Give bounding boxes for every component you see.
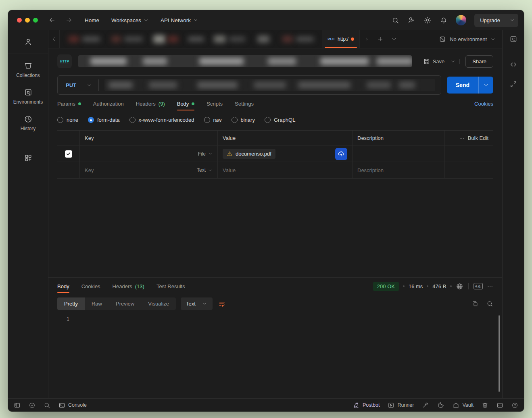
nav-home[interactable]: Home bbox=[85, 17, 99, 23]
split-panel-icon[interactable] bbox=[497, 402, 503, 409]
format-dropdown[interactable]: Text bbox=[181, 297, 213, 310]
response-tab-headers[interactable]: Headers(13) bbox=[113, 278, 144, 295]
view-pretty[interactable]: Pretty bbox=[57, 297, 85, 310]
active-request-tab[interactable]: PUT http:/ bbox=[322, 30, 360, 48]
capture-requests-icon[interactable] bbox=[422, 401, 429, 409]
nav-api-network[interactable]: API Network bbox=[161, 17, 198, 23]
row-checkbox[interactable] bbox=[65, 150, 72, 158]
cookies-link[interactable]: Cookies bbox=[474, 101, 493, 107]
value-input[interactable]: Value bbox=[218, 162, 353, 178]
zoom-window-button[interactable] bbox=[33, 18, 38, 23]
more-dots-icon[interactable] bbox=[487, 283, 493, 289]
tab-body[interactable]: Body bbox=[177, 95, 195, 112]
forward-arrow-icon[interactable] bbox=[65, 17, 73, 24]
save-options-button[interactable] bbox=[449, 59, 460, 64]
console-button[interactable]: Console bbox=[58, 402, 87, 409]
postbot-button[interactable]: Postbot bbox=[353, 401, 380, 409]
invite-user-icon[interactable] bbox=[407, 16, 415, 24]
radio-circle bbox=[232, 117, 238, 123]
tab-scripts[interactable]: Scripts bbox=[207, 95, 223, 112]
check-icon bbox=[66, 151, 71, 156]
scrollbar-thumb[interactable] bbox=[499, 315, 500, 392]
description-cell[interactable] bbox=[353, 146, 445, 162]
key-input[interactable]: Key Text bbox=[80, 162, 218, 178]
sidebar-item-collections[interactable]: Collections bbox=[8, 56, 48, 83]
scroll-tabs-right-button[interactable] bbox=[360, 30, 373, 48]
trash-icon[interactable] bbox=[482, 402, 488, 409]
wrap-text-icon[interactable] bbox=[218, 300, 226, 308]
scroll-tabs-left-button[interactable] bbox=[48, 30, 60, 48]
open-tabs-menu-button[interactable] bbox=[387, 30, 401, 48]
key-cell[interactable]: File bbox=[80, 146, 218, 162]
tab-authorization[interactable]: Authorization bbox=[93, 95, 124, 112]
tab-params[interactable]: Params bbox=[57, 95, 81, 112]
sidebar-item-environments[interactable]: Environments bbox=[8, 83, 48, 110]
value-type-dropdown[interactable]: Text bbox=[197, 167, 213, 173]
description-input[interactable]: Description bbox=[353, 162, 445, 178]
radio-none[interactable]: none bbox=[57, 117, 78, 123]
redacted-url[interactable] bbox=[104, 79, 435, 91]
share-button[interactable]: Share bbox=[465, 55, 493, 68]
send-options-button[interactable] bbox=[478, 77, 493, 94]
save-button[interactable]: Save bbox=[418, 58, 450, 65]
sidebar-item-create-new[interactable] bbox=[8, 149, 48, 167]
value-type-dropdown[interactable]: File bbox=[198, 151, 213, 157]
view-raw[interactable]: Raw bbox=[85, 297, 109, 310]
save-as-example-button[interactable]: e.g. bbox=[474, 283, 483, 289]
sidebar-item-history[interactable]: History bbox=[8, 110, 48, 136]
chevron-down-icon bbox=[193, 18, 198, 23]
view-preview[interactable]: Preview bbox=[109, 297, 141, 310]
status-badge[interactable]: 200 OK bbox=[373, 282, 399, 291]
radio-raw[interactable]: raw bbox=[204, 117, 222, 123]
find-icon[interactable] bbox=[44, 402, 50, 409]
maximize-request-icon[interactable] bbox=[510, 81, 517, 88]
environment-selector[interactable]: No environment bbox=[432, 30, 502, 48]
sidebar-toggle-icon[interactable] bbox=[14, 402, 21, 409]
globe-icon[interactable] bbox=[456, 283, 463, 290]
response-body-editor[interactable]: 1 bbox=[48, 313, 502, 398]
minimize-window-button[interactable] bbox=[25, 18, 30, 23]
value-cell[interactable]: documenso.pdf bbox=[218, 146, 353, 162]
avatar[interactable] bbox=[456, 15, 466, 25]
nav-workspaces[interactable]: Workspaces bbox=[111, 17, 148, 23]
close-window-button[interactable] bbox=[17, 18, 22, 23]
help-icon[interactable] bbox=[511, 402, 518, 409]
status-check-icon[interactable] bbox=[29, 402, 35, 409]
search-response-icon[interactable] bbox=[486, 300, 493, 307]
radio-form-data[interactable]: form-data bbox=[88, 117, 120, 123]
view-visualize[interactable]: Visualize bbox=[141, 297, 176, 310]
response-tab-test-results[interactable]: Test Results bbox=[156, 278, 185, 295]
radio-graphql[interactable]: GraphQL bbox=[265, 117, 295, 123]
upload-file-button[interactable] bbox=[335, 148, 347, 160]
send-button[interactable]: Send bbox=[447, 77, 493, 94]
settings-gear-icon[interactable] bbox=[424, 16, 432, 24]
tab-settings[interactable]: Settings bbox=[235, 95, 254, 112]
radio-binary[interactable]: binary bbox=[232, 117, 255, 123]
runner-button[interactable]: Runner bbox=[388, 402, 414, 409]
cookies-icon[interactable] bbox=[437, 401, 444, 409]
response-time[interactable]: 16 ms bbox=[409, 283, 423, 289]
console-icon bbox=[58, 402, 65, 409]
redacted-request-tabs[interactable] bbox=[60, 30, 322, 48]
notifications-bell-icon[interactable] bbox=[440, 16, 448, 24]
environment-quicklook-icon[interactable] bbox=[509, 35, 517, 43]
tab-headers[interactable]: Headers(9) bbox=[136, 95, 165, 112]
code-snippet-icon[interactable] bbox=[509, 60, 517, 69]
sidebar-item-account[interactable] bbox=[8, 35, 48, 51]
chevron-down-icon bbox=[391, 36, 397, 42]
vault-button[interactable]: Vault bbox=[453, 402, 474, 409]
radio-x-www-form-urlencoded[interactable]: x-www-form-urlencoded bbox=[129, 117, 194, 123]
response-tab-body[interactable]: Body bbox=[57, 278, 69, 295]
file-chip[interactable]: documenso.pdf bbox=[223, 149, 275, 159]
response-tab-cookies[interactable]: Cookies bbox=[81, 278, 100, 295]
bulk-edit-button[interactable]: Bulk Edit bbox=[445, 131, 493, 146]
search-icon[interactable] bbox=[392, 17, 399, 24]
redacted-request-name[interactable] bbox=[78, 55, 412, 67]
response-size[interactable]: 476 B bbox=[432, 283, 446, 289]
new-tab-button[interactable] bbox=[373, 30, 387, 48]
method-dropdown[interactable]: PUT bbox=[58, 82, 98, 88]
back-arrow-icon[interactable] bbox=[48, 17, 56, 24]
upgrade-button[interactable]: Upgrade bbox=[474, 14, 518, 27]
url-input[interactable]: PUT bbox=[57, 75, 441, 95]
copy-icon[interactable] bbox=[471, 300, 478, 307]
